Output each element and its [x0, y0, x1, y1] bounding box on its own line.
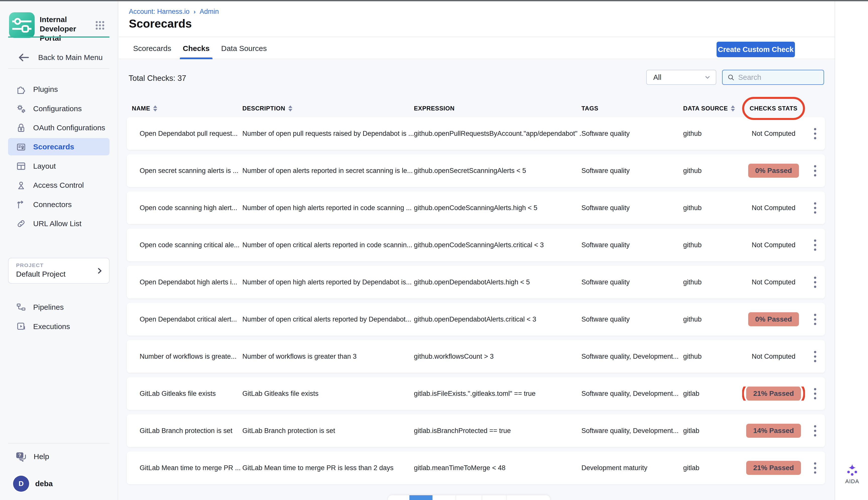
table-row[interactable]: Open code scanning critical ale... Numbe…	[127, 229, 825, 261]
table-row[interactable]: GitLab Mean time to merge PR ... GitLab …	[127, 452, 825, 484]
layout-icon	[15, 161, 26, 172]
status-badge: 21% Passed	[746, 461, 801, 475]
tab-checks[interactable]: Checks	[183, 38, 210, 59]
row-description: GitLab Mean time to merge PR is less tha…	[242, 464, 414, 472]
row-expression: github.openSecretScanningAlerts < 5	[414, 167, 581, 175]
sidebar-item-access-control[interactable]: Access Control	[8, 177, 110, 194]
user-menu[interactable]: D deba	[13, 475, 53, 492]
row-expression: gitlab.meanTimeToMerge < 48	[414, 464, 581, 472]
row-data-source: gitlab	[683, 427, 742, 435]
help-chat-icon: ?	[14, 450, 27, 463]
create-custom-check-button[interactable]: Create Custom Check	[716, 42, 795, 57]
row-tags: Software quality	[581, 241, 683, 249]
filter-value: All	[653, 73, 661, 82]
column-header-name[interactable]: NAME	[127, 105, 242, 112]
help-button[interactable]: ? Help	[14, 448, 49, 465]
avatar: D	[13, 476, 29, 492]
row-checks-stats: Not Computed	[742, 241, 805, 249]
sidebar-item-oauth-configurations[interactable]: OAuth Configurations	[8, 119, 110, 136]
table-row[interactable]: Open Dependabot critical alert... Number…	[127, 303, 825, 336]
help-label: Help	[34, 452, 49, 461]
sidebar-item-url-allow-list[interactable]: URL Allow List	[8, 215, 110, 232]
pagination-page-active[interactable]	[409, 495, 433, 500]
table-row[interactable]: Open Dependabot high alerts i... Number …	[127, 266, 825, 298]
link-icon	[15, 218, 26, 229]
row-menu-button[interactable]	[812, 461, 818, 476]
pagination-page[interactable]	[482, 495, 506, 500]
sidebar-accent-divider	[8, 36, 110, 38]
row-name: GitLab Mean time to merge PR ...	[127, 464, 242, 472]
pagination-page[interactable]	[456, 495, 482, 500]
table-row[interactable]: GitLab Branch protection is set GitLab B…	[127, 414, 825, 447]
row-data-source: github	[683, 316, 742, 323]
sidebar-item-executions[interactable]: Executions	[8, 318, 110, 335]
sidebar-item-pipelines[interactable]: Pipelines	[8, 298, 110, 316]
column-header-label: EXPRESSION	[414, 105, 455, 112]
sort-icon[interactable]	[153, 105, 157, 112]
row-menu-button[interactable]	[812, 386, 818, 401]
sort-icon[interactable]	[288, 105, 292, 112]
app-title: Internal Developer Portal	[40, 15, 95, 43]
row-menu-button[interactable]	[812, 349, 818, 364]
sidebar-item-layout[interactable]: Layout	[8, 157, 110, 175]
row-menu-button[interactable]	[812, 275, 818, 290]
back-to-main-menu[interactable]: Back to Main Menu	[16, 50, 103, 65]
row-description: GitLab Gitleaks file exists	[242, 390, 414, 398]
screen: Internal Developer Portal Back to Main M…	[0, 0, 868, 500]
row-checks-stats: Not Computed	[742, 204, 805, 212]
user-name: deba	[35, 479, 53, 488]
row-menu-button[interactable]	[812, 237, 818, 253]
row-expression: github.openDependabotAlerts.high < 5	[414, 279, 581, 286]
column-header-label: TAGS	[581, 105, 598, 112]
sidebar-item-connectors[interactable]: Connectors	[8, 196, 110, 213]
status-badge: 0% Passed	[748, 312, 799, 326]
row-menu-button[interactable]	[812, 163, 818, 179]
filter-dropdown[interactable]: All	[646, 70, 716, 85]
sort-icon[interactable]	[731, 105, 735, 112]
pagination-page[interactable]	[433, 495, 456, 500]
column-header-expression: EXPRESSION	[414, 105, 581, 112]
row-checks-stats: Not Computed	[742, 130, 805, 138]
row-expression: gitlab.isFileExists.".gitleaks.toml" == …	[414, 390, 581, 398]
sidebar-item-scorecards[interactable]: Scorecards	[8, 138, 110, 155]
sidebar-item-plugins[interactable]: Plugins	[8, 81, 110, 98]
connector-icon	[15, 199, 26, 210]
row-description: Number of open high alerts reported by D…	[242, 279, 414, 286]
table-row[interactable]: Open code scanning high alert... Number …	[127, 192, 825, 224]
row-menu-button[interactable]	[812, 200, 818, 216]
search-input[interactable]	[738, 73, 813, 82]
apps-grid-icon[interactable]	[93, 19, 107, 32]
table-row[interactable]: Number of workflows is greate... Number …	[127, 340, 825, 373]
row-menu-button[interactable]	[812, 423, 818, 439]
window-top-bar	[0, 0, 868, 1]
table-row[interactable]: Open Dependabot pull request... Number o…	[127, 117, 825, 150]
page-header: Account: Harness.io › Admin Scorecards	[119, 1, 835, 37]
project-selector[interactable]: PROJECT Default Project	[8, 258, 110, 284]
column-header-description[interactable]: DESCRIPTION	[242, 105, 414, 112]
table-row[interactable]: GitLab Gitleaks file exists GitLab Gitle…	[127, 377, 825, 410]
gears-icon	[15, 103, 26, 114]
pagination-page[interactable]	[506, 495, 550, 500]
column-header-data-source[interactable]: DATA SOURCE	[683, 105, 742, 112]
tab-scorecards[interactable]: Scorecards	[133, 38, 171, 59]
row-tags: Software quality	[581, 167, 683, 175]
breadcrumb-admin-link[interactable]: Admin	[200, 8, 219, 15]
row-data-source: github	[683, 130, 742, 138]
row-expression: github.workflowsCount > 3	[414, 353, 581, 361]
total-checks-label: Total Checks: 37	[129, 74, 186, 83]
breadcrumb-account-link[interactable]: Account: Harness.io	[129, 8, 190, 15]
column-header-checks-stats: CHECKS STATS	[742, 105, 805, 112]
row-menu-button[interactable]	[812, 126, 818, 141]
column-header-label: DATA SOURCE	[683, 105, 728, 112]
tab-data-sources[interactable]: Data Sources	[221, 38, 267, 59]
aida-button[interactable]: AIDA	[842, 463, 863, 485]
row-name: Open code scanning critical ale...	[127, 241, 242, 249]
table-row[interactable]: Open secret scanning alerts is ... Numbe…	[127, 155, 825, 187]
sidebar-item-configurations[interactable]: Configurations	[8, 100, 110, 117]
sidebar-item-label: Executions	[33, 322, 70, 331]
row-data-source: github	[683, 353, 742, 361]
puzzle-icon	[15, 84, 26, 95]
row-menu-button[interactable]	[812, 312, 818, 327]
row-description: Number of open critical alerts reported …	[242, 241, 414, 249]
pagination-page[interactable]	[388, 495, 409, 500]
